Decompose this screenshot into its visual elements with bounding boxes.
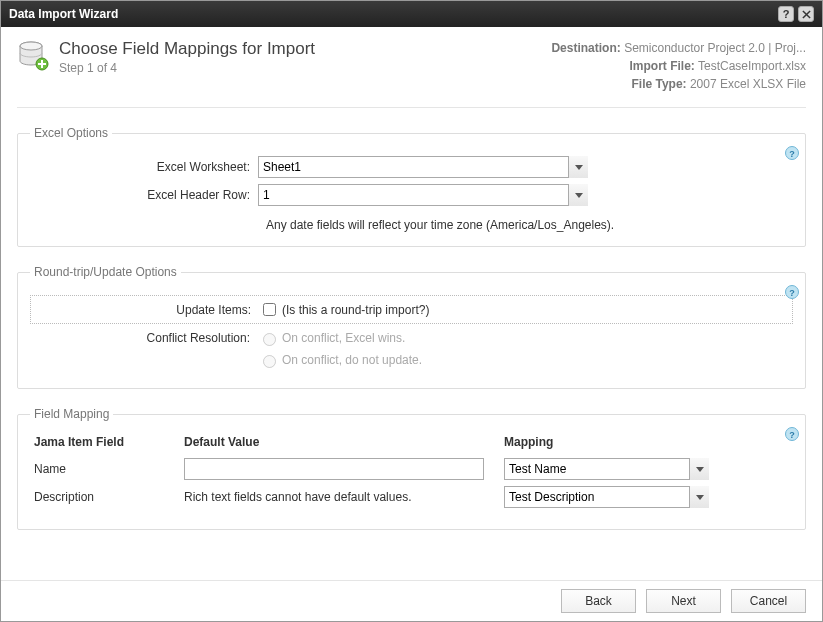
database-import-icon — [17, 39, 49, 71]
wizard-footer: Back Next Cancel — [1, 580, 822, 621]
cancel-button[interactable]: Cancel — [731, 589, 806, 613]
mapping-select[interactable]: Test Name — [504, 458, 709, 480]
svg-text:?: ? — [789, 430, 795, 440]
field-mapping-legend: Field Mapping — [30, 407, 113, 421]
importfile-value: TestCaseImport.xlsx — [698, 59, 806, 73]
fm-field-name: Name — [34, 462, 184, 476]
update-items-checkbox[interactable] — [263, 303, 276, 316]
headerrow-label: Excel Header Row: — [30, 188, 258, 202]
step-indicator: Step 1 of 4 — [59, 61, 315, 75]
fm-field-name: Description — [34, 490, 184, 504]
headerrow-select[interactable]: 1 — [258, 184, 588, 206]
title-bar: Data Import Wizard ? — [1, 1, 822, 27]
importfile-label: Import File: — [630, 59, 695, 73]
rich-text-note: Rich text fields cannot have default val… — [184, 490, 504, 504]
conflict-radio-excel-wins — [263, 333, 276, 346]
wizard-window: Data Import Wizard ? Choose Field Mapp — [0, 0, 823, 622]
fm-col-mapping: Mapping — [504, 435, 714, 449]
table-row: Name Test Name — [30, 455, 793, 483]
back-button[interactable]: Back — [561, 589, 636, 613]
table-row: Description Rich text fields cannot have… — [30, 483, 793, 511]
wizard-content: Choose Field Mappings for Import Step 1 … — [1, 27, 822, 580]
filetype-value: 2007 Excel XLSX File — [690, 77, 806, 91]
fm-col-jama: Jama Item Field — [34, 435, 184, 449]
svg-text:?: ? — [789, 149, 795, 159]
help-icon[interactable]: ? — [785, 146, 799, 160]
filetype-label: File Type: — [631, 77, 686, 91]
excel-options-group: Excel Options ? Excel Worksheet: Sheet1 … — [17, 126, 806, 247]
help-icon[interactable]: ? — [785, 427, 799, 441]
update-items-label: Update Items: — [31, 303, 259, 317]
svg-text:?: ? — [789, 288, 795, 298]
conflict-opt1: On conflict, Excel wins. — [282, 331, 405, 345]
window-title: Data Import Wizard — [9, 7, 118, 21]
default-value-input[interactable] — [184, 458, 484, 480]
roundtrip-options-group: Round-trip/Update Options ? Update Items… — [17, 265, 806, 389]
conflict-label: Conflict Resolution: — [30, 331, 258, 345]
update-items-question: (Is this a round-trip import?) — [282, 303, 429, 317]
fm-col-default: Default Value — [184, 435, 504, 449]
next-button[interactable]: Next — [646, 589, 721, 613]
svg-point-3 — [20, 42, 42, 50]
help-icon[interactable]: ? — [785, 285, 799, 299]
conflict-radio-do-not-update — [263, 355, 276, 368]
page-title: Choose Field Mappings for Import — [59, 39, 315, 59]
conflict-opt2: On conflict, do not update. — [282, 353, 422, 367]
close-button[interactable] — [798, 6, 814, 22]
destination-label: Destination: — [551, 41, 620, 55]
mapping-select[interactable]: Test Description — [504, 486, 709, 508]
timezone-note: Any date fields will reflect your time z… — [266, 212, 793, 232]
divider — [17, 107, 806, 108]
import-summary: Destination: Semiconductor Project 2.0 |… — [551, 39, 806, 93]
roundtrip-legend: Round-trip/Update Options — [30, 265, 181, 279]
destination-value: Semiconductor Project 2.0 | Proj... — [624, 41, 806, 55]
worksheet-label: Excel Worksheet: — [30, 160, 258, 174]
help-button[interactable]: ? — [778, 6, 794, 22]
worksheet-select[interactable]: Sheet1 — [258, 156, 588, 178]
field-mapping-group: Field Mapping ? Jama Item Field Default … — [17, 407, 806, 530]
excel-options-legend: Excel Options — [30, 126, 112, 140]
